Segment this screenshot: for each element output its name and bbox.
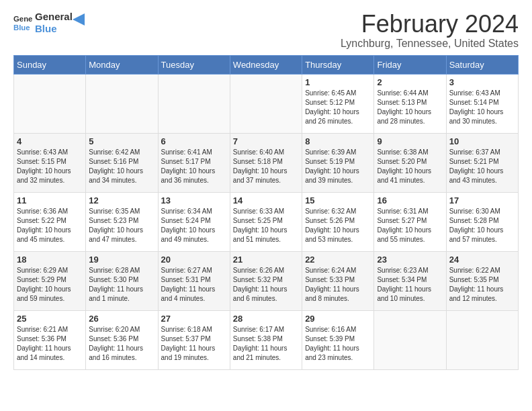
col-monday: Monday: [86, 55, 158, 74]
day-number: 8: [305, 136, 371, 146]
col-friday: Friday: [374, 55, 446, 74]
day-number: 27: [161, 314, 227, 324]
table-row: 11Sunrise: 6:36 AMSunset: 5:22 PMDayligh…: [14, 192, 86, 251]
day-number: 22: [305, 255, 371, 265]
table-row: 29Sunrise: 6:16 AMSunset: 5:39 PMDayligh…: [302, 310, 374, 369]
col-thursday: Thursday: [302, 55, 374, 74]
day-number: 12: [89, 195, 154, 205]
page-header: General Blue General Blue February 2024 …: [13, 11, 519, 50]
day-info: Sunrise: 6:17 AMSunset: 5:38 PMDaylight:…: [233, 325, 299, 363]
day-info: Sunrise: 6:41 AMSunset: 5:17 PMDaylight:…: [161, 148, 227, 185]
day-number: 24: [449, 255, 515, 265]
day-info: Sunrise: 6:45 AMSunset: 5:12 PMDaylight:…: [305, 89, 371, 126]
day-info: Sunrise: 6:32 AMSunset: 5:26 PMDaylight:…: [305, 207, 371, 244]
day-info: Sunrise: 6:24 AMSunset: 5:33 PMDaylight:…: [305, 266, 371, 304]
table-row: 15Sunrise: 6:32 AMSunset: 5:26 PMDayligh…: [302, 192, 374, 251]
day-number: 3: [449, 77, 515, 87]
calendar-week-row: 18Sunrise: 6:29 AMSunset: 5:29 PMDayligh…: [14, 251, 519, 310]
day-info: Sunrise: 6:43 AMSunset: 5:14 PMDaylight:…: [449, 89, 515, 126]
col-tuesday: Tuesday: [158, 55, 230, 74]
table-row: 9Sunrise: 6:38 AMSunset: 5:20 PMDaylight…: [374, 133, 446, 192]
calendar-week-row: 11Sunrise: 6:36 AMSunset: 5:22 PMDayligh…: [14, 192, 519, 251]
day-info: Sunrise: 6:23 AMSunset: 5:34 PMDaylight:…: [377, 266, 443, 304]
day-info: Sunrise: 6:38 AMSunset: 5:20 PMDaylight:…: [377, 148, 443, 185]
calendar-week-row: 4Sunrise: 6:43 AMSunset: 5:15 PMDaylight…: [14, 133, 519, 192]
subtitle: Lynchburg, Tennessee, United States: [341, 38, 519, 50]
day-number: 23: [377, 255, 443, 265]
calendar-week-row: 1Sunrise: 6:45 AMSunset: 5:12 PMDaylight…: [14, 74, 519, 133]
day-number: 29: [305, 314, 371, 324]
main-title: February 2024: [341, 11, 519, 38]
calendar-week-row: 25Sunrise: 6:21 AMSunset: 5:36 PMDayligh…: [14, 310, 519, 369]
table-row: 19Sunrise: 6:28 AMSunset: 5:30 PMDayligh…: [86, 251, 158, 310]
day-info: Sunrise: 6:29 AMSunset: 5:29 PMDaylight:…: [17, 266, 83, 304]
logo: General Blue General Blue: [13, 11, 87, 35]
day-info: Sunrise: 6:43 AMSunset: 5:15 PMDaylight:…: [17, 148, 83, 185]
day-number: 6: [161, 136, 227, 146]
day-info: Sunrise: 6:42 AMSunset: 5:16 PMDaylight:…: [89, 148, 154, 185]
day-number: 14: [233, 195, 299, 205]
day-number: 1: [305, 77, 371, 87]
table-row: 28Sunrise: 6:17 AMSunset: 5:38 PMDayligh…: [230, 310, 302, 369]
calendar-header: Sunday Monday Tuesday Wednesday Thursday…: [14, 55, 519, 74]
svg-text:General: General: [13, 15, 32, 23]
table-row: [230, 74, 302, 133]
day-info: Sunrise: 6:22 AMSunset: 5:35 PMDaylight:…: [449, 266, 515, 304]
day-number: 28: [233, 314, 299, 324]
day-info: Sunrise: 6:20 AMSunset: 5:36 PMDaylight:…: [89, 325, 154, 363]
day-number: 11: [17, 195, 83, 205]
day-info: Sunrise: 6:28 AMSunset: 5:30 PMDaylight:…: [89, 266, 154, 304]
day-info: Sunrise: 6:16 AMSunset: 5:39 PMDaylight:…: [305, 325, 371, 363]
table-row: 23Sunrise: 6:23 AMSunset: 5:34 PMDayligh…: [374, 251, 446, 310]
day-info: Sunrise: 6:31 AMSunset: 5:27 PMDaylight:…: [377, 207, 443, 244]
logo-icon: General Blue: [13, 13, 32, 32]
logo-arrow-icon: [73, 12, 87, 27]
day-number: 13: [161, 195, 227, 205]
day-number: 4: [17, 136, 83, 146]
day-info: Sunrise: 6:18 AMSunset: 5:37 PMDaylight:…: [161, 325, 227, 363]
table-row: 27Sunrise: 6:18 AMSunset: 5:37 PMDayligh…: [158, 310, 230, 369]
table-row: [158, 74, 230, 133]
day-number: 10: [449, 136, 515, 146]
svg-marker-3: [73, 13, 85, 26]
day-info: Sunrise: 6:27 AMSunset: 5:31 PMDaylight:…: [161, 266, 227, 304]
day-number: 20: [161, 255, 227, 265]
logo-text-blue: Blue: [35, 23, 73, 35]
day-number: 2: [377, 77, 443, 87]
table-row: 1Sunrise: 6:45 AMSunset: 5:12 PMDaylight…: [302, 74, 374, 133]
day-number: 26: [89, 314, 154, 324]
table-row: 17Sunrise: 6:30 AMSunset: 5:28 PMDayligh…: [446, 192, 518, 251]
table-row: 24Sunrise: 6:22 AMSunset: 5:35 PMDayligh…: [446, 251, 518, 310]
col-sunday: Sunday: [14, 55, 86, 74]
calendar-table: Sunday Monday Tuesday Wednesday Thursday…: [13, 55, 519, 370]
day-info: Sunrise: 6:35 AMSunset: 5:23 PMDaylight:…: [89, 207, 154, 244]
day-number: 17: [449, 195, 515, 205]
table-row: 10Sunrise: 6:37 AMSunset: 5:21 PMDayligh…: [446, 133, 518, 192]
table-row: 3Sunrise: 6:43 AMSunset: 5:14 PMDaylight…: [446, 74, 518, 133]
table-row: 12Sunrise: 6:35 AMSunset: 5:23 PMDayligh…: [86, 192, 158, 251]
col-wednesday: Wednesday: [230, 55, 302, 74]
day-number: 18: [17, 255, 83, 265]
day-number: 19: [89, 255, 154, 265]
table-row: [86, 74, 158, 133]
table-row: 14Sunrise: 6:33 AMSunset: 5:25 PMDayligh…: [230, 192, 302, 251]
table-row: 2Sunrise: 6:44 AMSunset: 5:13 PMDaylight…: [374, 74, 446, 133]
table-row: 5Sunrise: 6:42 AMSunset: 5:16 PMDaylight…: [86, 133, 158, 192]
col-saturday: Saturday: [446, 55, 518, 74]
table-row: 6Sunrise: 6:41 AMSunset: 5:17 PMDaylight…: [158, 133, 230, 192]
svg-text:Blue: Blue: [13, 24, 30, 32]
table-row: 18Sunrise: 6:29 AMSunset: 5:29 PMDayligh…: [14, 251, 86, 310]
table-row: 8Sunrise: 6:39 AMSunset: 5:19 PMDaylight…: [302, 133, 374, 192]
day-info: Sunrise: 6:39 AMSunset: 5:19 PMDaylight:…: [305, 148, 371, 185]
table-row: [446, 310, 518, 369]
day-info: Sunrise: 6:33 AMSunset: 5:25 PMDaylight:…: [233, 207, 299, 244]
day-number: 9: [377, 136, 443, 146]
day-number: 25: [17, 314, 83, 324]
logo-text-general: General: [35, 11, 73, 23]
day-info: Sunrise: 6:30 AMSunset: 5:28 PMDaylight:…: [449, 207, 515, 244]
table-row: [14, 74, 86, 133]
table-row: [374, 310, 446, 369]
table-row: 16Sunrise: 6:31 AMSunset: 5:27 PMDayligh…: [374, 192, 446, 251]
day-number: 7: [233, 136, 299, 146]
table-row: 4Sunrise: 6:43 AMSunset: 5:15 PMDaylight…: [14, 133, 86, 192]
